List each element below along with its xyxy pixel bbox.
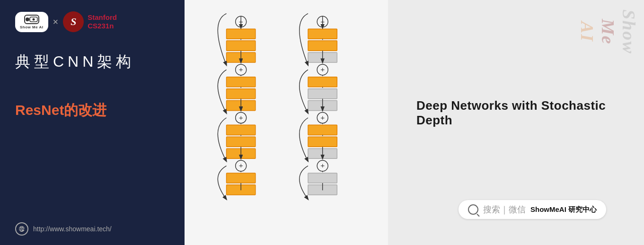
website-link[interactable]: http://www.showmeai.tech/ [15,222,169,236]
main-title: 典型CNN架构 [15,51,169,72]
svg-rect-19 [227,173,256,183]
svg-text:+: + [320,161,325,169]
svg-text:+: + [239,65,243,73]
svg-rect-15 [227,137,256,147]
showmeai-logo-text: Show Me AI [20,25,44,29]
right-panel: Show Me AI Deep Networks with Stochastic… [388,0,644,245]
logo-area: Show Me AI × S Stanford CS231n [15,11,169,32]
svg-rect-49 [308,173,337,183]
svg-rect-45 [308,137,337,147]
svg-text:+: + [239,161,243,169]
search-divider-text: 搜索｜微信 [483,204,526,215]
subtitle: ResNet的改进 [15,101,169,120]
svg-rect-44 [308,125,337,135]
showmeai-logo-icon [24,15,39,24]
stanford-s-logo: S [63,11,84,32]
svg-point-1 [32,18,35,20]
search-icon [468,204,478,215]
watermark-show: Show [618,9,639,54]
website-url: http://www.showmeai.tech/ [33,225,112,233]
link-icon [15,222,28,236]
watermark-ai: AI [577,21,598,42]
svg-rect-5 [227,41,256,51]
cross-symbol: × [53,17,59,27]
network-diagram: + + + + [185,0,388,245]
svg-rect-40 [308,89,337,99]
svg-text:+: + [239,114,243,122]
watermark: Show Me AI [577,9,639,54]
stanford-name: Stanford [88,13,117,22]
svg-rect-4 [227,29,256,39]
middle-panel: + + + + [185,0,388,245]
svg-text:+: + [320,65,325,73]
stanford-text: Stanford CS231n [88,13,117,30]
svg-rect-14 [227,125,256,135]
stanford-logo: S Stanford CS231n [63,11,117,32]
network-svg: + + + + [196,9,376,227]
svg-text:+: + [320,114,325,122]
search-bar[interactable]: 搜索｜微信 ShowMeAI 研究中心 [459,200,606,219]
right-title: Deep Networks with Stochastic Depth [416,98,616,128]
watermark-me: Me [598,19,618,45]
stanford-course: CS231n [88,22,117,30]
left-panel: Show Me AI × S Stanford CS231n 典型CNN架构 R… [0,0,185,245]
search-brand: ShowMeAI 研究中心 [530,205,597,214]
svg-rect-34 [308,29,337,39]
svg-rect-39 [308,77,337,87]
svg-rect-35 [308,41,337,51]
showmeai-logo: Show Me AI [15,12,48,32]
svg-rect-10 [227,89,256,99]
svg-rect-9 [227,77,256,87]
